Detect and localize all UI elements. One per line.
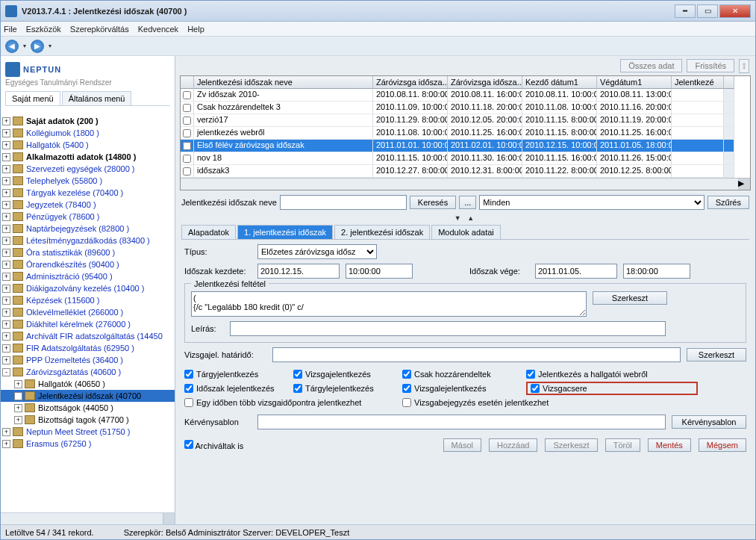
expand-icon[interactable]: + [2,320,10,329]
tab-own-menu[interactable]: Saját menü [5,91,60,105]
tree-item[interactable]: +Kollégiumok (1800 ) [1,127,175,139]
tree-item[interactable]: +Pénzügyek (78600 ) [1,211,175,223]
table-row[interactable]: verzió172010.11.29. 8:00:002010.12.05. 2… [181,114,750,127]
expand-icon[interactable]: + [2,225,10,233]
grid-header[interactable]: Végdátum1 [597,76,672,89]
row-checkbox[interactable] [183,142,191,150]
chk-archived[interactable]: Archiváltak is [184,440,243,450]
end-date-input[interactable] [535,264,617,279]
tree-item[interactable]: +Telephelyek (55800 ) [1,175,175,187]
expand-icon[interactable]: + [2,249,10,257]
add-button[interactable]: Hozzáad [489,438,537,452]
expand-icon[interactable]: + [2,117,10,125]
pin-button[interactable]: ⟟ [739,59,749,73]
expand-icon[interactable]: + [2,201,10,209]
tree-item[interactable]: +Diákhitel kérelmek (276000 ) [1,318,175,330]
grid-header[interactable] [181,76,194,89]
table-row[interactable]: Csak hozzárendeltek 32010.11.09. 10:00:0… [181,102,750,114]
collapse-toggle[interactable]: ▼ ▲ [175,214,755,222]
tree-item[interactable]: +Alkalmazotti adatok (14800 ) [1,151,175,163]
tree-item[interactable]: +Tárgyak kezelése (70400 ) [1,187,175,199]
menu-file[interactable]: File [4,25,17,34]
expand-icon[interactable]: + [14,380,22,388]
data-grid[interactable]: Jelentkezési időszak neveZáróvizsga idős… [180,75,751,190]
grid-header[interactable]: Záróvizsga idősza... [448,76,522,89]
save-button[interactable]: Mentés [648,438,691,452]
grid-header[interactable]: Záróvizsga idősza... [373,76,448,89]
expand-icon[interactable]: + [14,392,22,400]
chk-tobbvizsga[interactable]: Egy időben több vizsgaidőpontra jelentke… [184,398,398,407]
expand-icon[interactable]: + [2,141,10,149]
condition-textarea[interactable] [191,291,587,317]
expand-icon[interactable]: + [2,237,10,245]
expand-icon[interactable]: + [2,177,10,185]
table-row[interactable]: időszak32010.12.27. 8:00:002010.12.31. 8… [181,165,750,178]
chk-idoszaklejel[interactable]: Időszak lejelentkezés [184,382,289,395]
grid-header[interactable]: Jelentkezési időszak neve [194,76,373,89]
row-checkbox[interactable] [183,129,191,137]
tree-item[interactable]: +Képzések (115600 ) [1,294,175,306]
tree-item[interactable]: +Jelentkezési időszak (40700 [1,390,175,402]
chk-bejegyzes[interactable]: Vizsgabejegyzés esetén jelentkezhet [402,398,698,407]
expand-icon[interactable]: + [2,153,10,161]
expand-icon[interactable]: + [14,416,22,424]
deadline-input[interactable] [272,347,681,362]
tab-general-menu[interactable]: Általános menü [62,91,132,105]
grid-header[interactable]: Kezdő dátum1 [522,76,597,89]
nav-tree[interactable]: +Saját adatok (200 )+Kollégiumok (1800 )… [1,112,175,512]
desc-input[interactable] [230,321,666,336]
end-time-input[interactable] [623,264,690,279]
nav-fwd-button[interactable]: ▶ [31,40,44,53]
table-row[interactable]: Zv időszak 2010-2010.08.11. 8:00:002010.… [181,89,750,102]
grid-header[interactable]: Jelentkezé [672,76,724,89]
search-input[interactable] [280,195,407,210]
tree-item[interactable]: +FIR Adatszolgáltatás (62950 ) [1,342,175,354]
expand-icon[interactable]: + [2,189,10,197]
delete-button[interactable]: Töröl [605,438,640,452]
expand-icon[interactable]: + [2,308,10,317]
tab-idoszak2[interactable]: 2. jelentkezési időszak [334,225,430,239]
tree-item[interactable]: +Órarendkészítés (90400 ) [1,258,175,270]
chk-targylejel[interactable]: Tárgylejelentkezés [293,382,398,395]
condition-edit-button[interactable]: Szerkeszt [593,291,667,305]
chk-webrol[interactable]: Jelentkezés a hallgatói webről [526,370,698,379]
chk-targyjel[interactable]: Tárgyjelentkezés [184,370,289,379]
h-scrollbar[interactable] [1,513,163,524]
tree-item[interactable]: +Bizottsági tagok (47700 ) [1,414,175,426]
expand-icon[interactable]: + [2,165,10,173]
type-select[interactable]: Előzetes záróvizsga idősz [257,244,377,259]
tree-item[interactable]: +Bizottságok (44050 ) [1,402,175,414]
deadline-edit-button[interactable]: Szerkeszt [687,348,746,361]
chk-vizsgacsere[interactable]: Vizsgacsere [531,384,587,393]
tree-item[interactable]: +Neptun Meet Street (51750 ) [1,426,175,438]
start-date-input[interactable] [257,264,340,279]
copy-button[interactable]: Másol [443,438,481,452]
row-checkbox[interactable] [183,117,191,125]
chk-vizsgalejel[interactable]: Vizsgalejelentkezés [402,382,522,395]
tree-item[interactable]: +Adminisztráció (95400 ) [1,270,175,282]
menu-role[interactable]: Szerepkörváltás [70,25,129,34]
expand-icon[interactable]: + [2,332,10,341]
tree-item[interactable]: +Szervezeti egységek (28000 ) [1,163,175,175]
tree-item[interactable]: -Záróvizsgáztatás (40600 ) [1,366,175,378]
tpl-button[interactable]: Kérvénysablon [672,415,746,429]
start-time-input[interactable] [346,264,413,279]
expand-icon[interactable]: + [2,428,10,436]
row-checkbox[interactable] [183,91,191,99]
table-row[interactable]: Első félév záróvizsga időszak2011.01.01.… [181,140,750,152]
search-button[interactable]: Keresés [410,196,456,209]
row-checkbox[interactable] [183,104,191,112]
expand-icon[interactable]: + [2,344,10,353]
expand-icon[interactable]: + [2,129,10,137]
tab-alapadatok[interactable]: Alapadatok [181,225,236,239]
menu-tools[interactable]: Eszközök [26,25,61,34]
close-button[interactable]: ✕ [719,4,751,18]
minimize-button[interactable]: ━ [675,4,696,18]
chk-vizsgajel[interactable]: Vizsgajelentkezés [293,370,398,379]
expand-icon[interactable]: + [2,213,10,221]
tree-item[interactable]: +PPP Üzemeltetés (36400 ) [1,354,175,366]
tree-item[interactable]: +Hallgatók (5400 ) [1,139,175,151]
edit-button[interactable]: Szerkeszt [545,438,597,452]
tree-item[interactable]: +Diákigazolvány kezelés (10400 ) [1,282,175,294]
menu-help[interactable]: Help [187,25,204,34]
